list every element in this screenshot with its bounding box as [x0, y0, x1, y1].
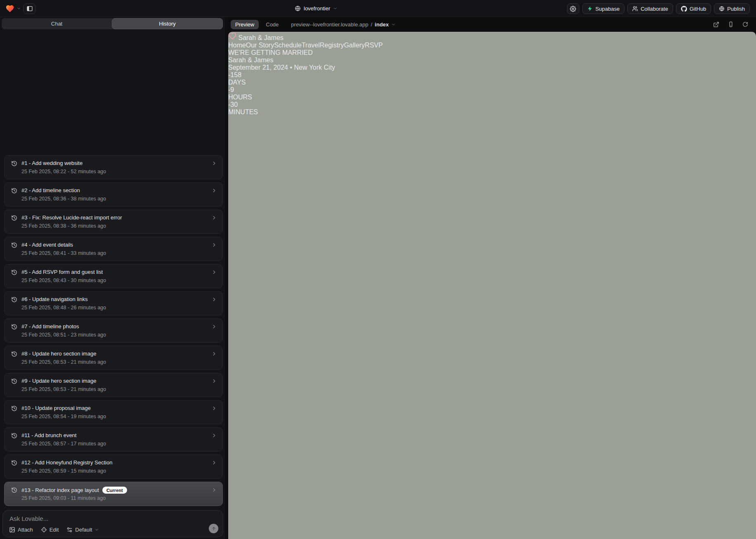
- history-item-title: #13 - Refactor index page layout: [21, 487, 99, 493]
- arrow-up-icon: [211, 526, 216, 531]
- sidebar: Chat History #1 - Add wedding website 25…: [0, 17, 225, 539]
- history-item[interactable]: #12 - Add Honeyfund Registry Section 25 …: [4, 454, 223, 479]
- mode-label: Default: [75, 527, 92, 533]
- history-item-title-row: #6 - Update navigation links: [21, 296, 87, 302]
- history-icon: [11, 297, 17, 303]
- history-item-time: 25 Feb 2025, 08:43 - 30 minutes ago: [21, 278, 106, 283]
- history-icon: [11, 351, 17, 357]
- history-item[interactable]: #4 - Add event details 25 Feb 2025, 08:4…: [4, 237, 223, 261]
- history-item[interactable]: #8 - Update hero section image 25 Feb 20…: [4, 346, 223, 370]
- chevron-right-icon: [211, 242, 217, 248]
- history-icon: [11, 378, 17, 384]
- history-item[interactable]: #11 - Add brunch event 25 Feb 2025, 08:5…: [4, 427, 223, 452]
- history-item[interactable]: #3 - Fix: Resolve Lucide-react import er…: [4, 209, 223, 234]
- panel-left-icon: [26, 5, 33, 12]
- send-button[interactable]: [209, 524, 218, 533]
- tab-code[interactable]: Code: [266, 21, 279, 28]
- tab-chat[interactable]: Chat: [2, 18, 112, 29]
- history-item-title: #3 - Fix: Resolve Lucide-react import er…: [21, 214, 122, 221]
- history-item[interactable]: #13 - Refactor index page layout Current…: [4, 482, 223, 506]
- composer-toolbar: Attach Edit Default: [9, 527, 99, 533]
- supabase-button[interactable]: Supabase: [582, 3, 625, 14]
- sidebar-toggle-button[interactable]: [23, 3, 36, 14]
- preview-url[interactable]: preview--lovefrontier.lovable.app / inde…: [291, 21, 396, 28]
- mode-select[interactable]: Default: [66, 527, 99, 533]
- gear-icon: [570, 6, 576, 12]
- history-icon: [11, 324, 17, 330]
- tab-history[interactable]: History: [112, 18, 223, 29]
- chevron-right-icon: [211, 460, 217, 466]
- top-bar: lovefrontier Supabase Collaborate GitHub…: [0, 0, 756, 17]
- history-item-title: #9 - Update hero section image: [21, 378, 96, 384]
- history-icon: [11, 460, 17, 466]
- edit-label: Edit: [50, 527, 59, 533]
- history-item[interactable]: #6 - Update navigation links 25 Feb 2025…: [4, 291, 223, 315]
- chevron-right-icon: [211, 188, 217, 193]
- history-item[interactable]: #2 - Add timeline section 25 Feb 2025, 0…: [4, 182, 223, 207]
- preview-url-separator: /: [371, 21, 372, 28]
- supabase-bolt-icon: [587, 6, 593, 12]
- attach-button[interactable]: Attach: [9, 527, 33, 533]
- history-icon: [11, 188, 17, 194]
- sidebar-tabs: Chat History: [2, 18, 223, 29]
- history-item-time: 25 Feb 2025, 08:57 - 17 minutes ago: [21, 441, 106, 447]
- history-item-title-row: #2 - Add timeline section: [21, 187, 80, 193]
- history-item-title: #5 - Add RSVP form and guest list: [21, 269, 103, 275]
- history-item-time: 25 Feb 2025, 08:38 - 36 minutes ago: [21, 223, 106, 229]
- github-icon: [681, 6, 687, 12]
- history-item-time: 25 Feb 2025, 08:53 - 21 minutes ago: [21, 359, 106, 365]
- history-icon: [11, 215, 17, 221]
- history-item-title-row: #5 - Add RSVP form and guest list: [21, 269, 103, 275]
- chat-composer[interactable]: Ask Lovable... Attach Edit Default: [2, 510, 223, 537]
- refresh-icon[interactable]: [742, 21, 748, 27]
- chevron-right-icon: [211, 215, 217, 221]
- history-item-title: #8 - Update hero section image: [21, 351, 96, 357]
- history-item[interactable]: #7 - Add timeline photos 25 Feb 2025, 08…: [4, 318, 223, 343]
- chevron-down-icon: [17, 6, 21, 11]
- history-item-title: #6 - Update navigation links: [21, 296, 87, 302]
- history-item-title-row: #7 - Add timeline photos: [21, 323, 79, 330]
- lovable-heart-logo[interactable]: [5, 4, 14, 13]
- history-item-title-row: #1 - Add wedding website: [21, 160, 83, 166]
- publish-button[interactable]: Publish: [714, 3, 750, 14]
- lovable-logo-group[interactable]: [5, 0, 21, 17]
- history-item-title-row: #9 - Update hero section image: [21, 378, 96, 384]
- history-item-title: #12 - Add Honeyfund Registry Section: [21, 459, 112, 466]
- project-switcher[interactable]: lovefrontier: [295, 0, 338, 17]
- history-item-time: 25 Feb 2025, 08:48 - 26 minutes ago: [21, 305, 106, 311]
- collaborate-label: Collaborate: [640, 6, 668, 12]
- sky: [228, 32, 756, 539]
- globe-icon: [295, 5, 301, 12]
- history-item[interactable]: #1 - Add wedding website 25 Feb 2025, 08…: [4, 155, 223, 179]
- history-item-time: 25 Feb 2025, 08:41 - 33 minutes ago: [21, 250, 106, 256]
- history-icon: [11, 160, 17, 167]
- github-button[interactable]: GitHub: [676, 3, 711, 14]
- publish-label: Publish: [727, 6, 745, 12]
- history-item-title-row: #3 - Fix: Resolve Lucide-react import er…: [21, 214, 122, 221]
- chat-input[interactable]: Ask Lovable...: [9, 515, 48, 522]
- edit-button[interactable]: Edit: [41, 527, 59, 533]
- external-link-icon[interactable]: [713, 21, 719, 28]
- settings-button[interactable]: [567, 3, 579, 14]
- smartphone-icon[interactable]: [728, 21, 734, 27]
- tab-preview[interactable]: Preview: [231, 20, 259, 29]
- history-item-title-row: #10 - Update proposal image: [21, 405, 91, 411]
- history-list: #1 - Add wedding website 25 Feb 2025, 08…: [4, 155, 223, 509]
- preview-toolbar: Preview Code preview--lovefrontier.lovab…: [225, 17, 756, 32]
- topbar-actions: Supabase Collaborate GitHub Publish: [567, 3, 750, 14]
- history-item-title-row: #13 - Refactor index page layout Current: [21, 487, 127, 494]
- history-item-time: 25 Feb 2025, 08:53 - 21 minutes ago: [21, 386, 106, 392]
- chevron-down-icon: [333, 6, 338, 11]
- chevron-right-icon: [211, 433, 217, 438]
- collaborate-button[interactable]: Collaborate: [627, 3, 673, 14]
- history-item[interactable]: #9 - Update hero section image 25 Feb 20…: [4, 373, 223, 397]
- chevron-right-icon: [211, 405, 217, 411]
- github-label: GitHub: [690, 6, 706, 12]
- history-item-time: 25 Feb 2025, 08:22 - 52 minutes ago: [21, 169, 106, 174]
- history-icon: [11, 242, 17, 248]
- history-item[interactable]: #10 - Update proposal image 25 Feb 2025,…: [4, 400, 223, 424]
- chevron-right-icon: [211, 378, 217, 384]
- project-name: lovefrontier: [304, 5, 330, 12]
- history-item[interactable]: #5 - Add RSVP form and guest list 25 Feb…: [4, 264, 223, 288]
- chevron-right-icon: [211, 487, 217, 493]
